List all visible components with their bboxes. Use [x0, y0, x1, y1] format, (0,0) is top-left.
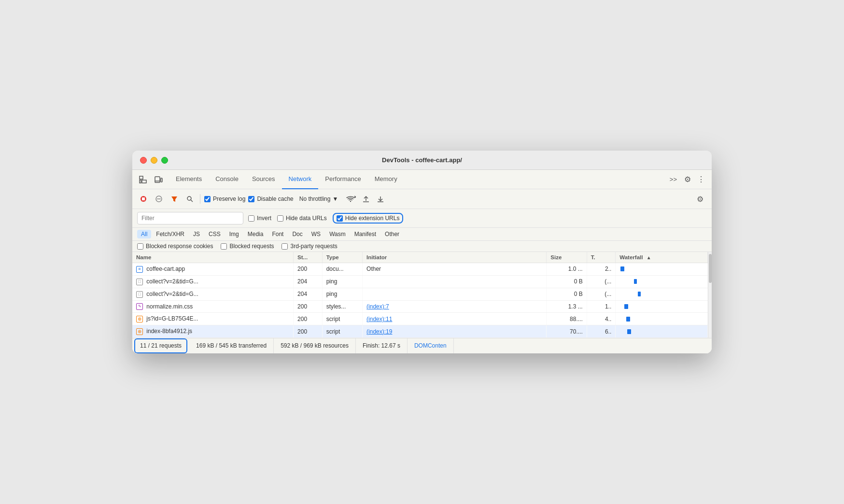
svg-rect-3	[155, 177, 160, 182]
type-btn-other[interactable]: Other	[381, 230, 403, 238]
type-btn-wasm[interactable]: Wasm	[325, 230, 350, 238]
blocked-cookies-checkbox[interactable]: Blocked response cookies	[137, 243, 213, 250]
row-status: 200	[294, 325, 323, 338]
tab-performance[interactable]: Performance	[318, 170, 367, 189]
row-name: □ collect?v=2&tid=G...	[132, 288, 294, 300]
blocked-requests-input[interactable]	[221, 243, 227, 250]
type-btn-js[interactable]: JS	[189, 230, 204, 238]
row-type: styles...	[322, 300, 362, 313]
preserve-log-checkbox[interactable]: Preserve log	[204, 196, 245, 202]
svg-line-12	[191, 200, 193, 202]
type-btn-manifest[interactable]: Manifest	[351, 230, 380, 238]
tab-network[interactable]: Network	[282, 170, 319, 189]
upload-icon[interactable]	[360, 193, 372, 205]
table-row[interactable]: □ collect?v=2&tid=G... 204 ping 0 B (...	[132, 288, 708, 300]
row-size: 1.0 ...	[547, 263, 587, 276]
type-btn-all[interactable]: All	[137, 230, 151, 238]
hide-data-urls-checkbox[interactable]: Hide data URLs	[277, 215, 327, 222]
hide-data-urls-input[interactable]	[277, 215, 283, 222]
row-initiator[interactable]: (index):19	[363, 325, 547, 338]
table-row[interactable]: ≡ coffee-cart.app 200 docu... Other 1.0 …	[132, 263, 708, 276]
col-header-name[interactable]: Name	[132, 252, 294, 263]
throttle-selector[interactable]: No throttling ▼	[296, 195, 341, 203]
wifi-icon[interactable]	[344, 192, 357, 206]
row-waterfall	[616, 300, 708, 313]
filter-icon[interactable]	[168, 193, 181, 205]
devtools-body: Elements Console Sources Network Perform…	[132, 170, 712, 353]
tab-memory[interactable]: Memory	[368, 170, 404, 189]
col-header-time[interactable]: T.	[587, 252, 616, 263]
row-initiator[interactable]: (index):7	[363, 300, 547, 313]
tab-more-button[interactable]: >>	[666, 176, 681, 183]
type-btn-fetch[interactable]: Fetch/XHR	[152, 230, 188, 238]
scrollbar-thumb[interactable]	[709, 254, 712, 283]
table-row[interactable]: ⊕ js?id=G-LB75G4E... 200 script (index):…	[132, 313, 708, 325]
minimize-button[interactable]	[151, 157, 157, 164]
col-header-type[interactable]: Type	[322, 252, 362, 263]
table-row[interactable]: ✎ normalize.min.css 200 styles... (index…	[132, 300, 708, 313]
initiator-link[interactable]: (index):7	[366, 303, 389, 310]
col-header-size[interactable]: Size	[547, 252, 587, 263]
initiator-link[interactable]: (index):19	[366, 328, 392, 335]
status-bar: 11 / 21 requests 169 kB / 545 kB transfe…	[132, 338, 712, 353]
row-initiator[interactable]: (index):11	[363, 313, 547, 325]
finish-time: Finish: 12.67 s	[356, 338, 408, 353]
table-header-row: Name St... Type Initiator Size T. Waterf…	[132, 252, 708, 263]
blocked-requests-checkbox[interactable]: Blocked requests	[221, 243, 274, 250]
settings-icon[interactable]: ⚙	[681, 173, 694, 186]
row-size: 88....	[547, 313, 587, 325]
network-table-scroll[interactable]: Name St... Type Initiator Size T. Waterf…	[132, 252, 708, 338]
row-type: docu...	[322, 263, 362, 276]
invert-checkbox[interactable]: Invert	[248, 215, 271, 222]
inspect-icon[interactable]	[136, 173, 150, 186]
js-icon: ⊕	[136, 316, 143, 322]
type-btn-css[interactable]: CSS	[205, 230, 225, 238]
svg-point-11	[187, 196, 191, 200]
type-btn-ws[interactable]: WS	[308, 230, 324, 238]
type-btn-font[interactable]: Font	[268, 230, 287, 238]
filter-input[interactable]	[137, 212, 243, 224]
preserve-log-input[interactable]	[204, 196, 211, 202]
scrollbar[interactable]	[708, 252, 712, 338]
clear-button[interactable]	[153, 193, 165, 205]
network-settings-icon[interactable]: ⚙	[693, 192, 707, 206]
row-type: ping	[322, 288, 362, 300]
col-header-initiator[interactable]: Initiator	[363, 252, 547, 263]
initiator-link[interactable]: (index):11	[366, 316, 392, 322]
type-filter-bar: All Fetch/XHR JS CSS Img Media Font Doc …	[132, 228, 712, 241]
download-icon[interactable]	[375, 193, 386, 205]
row-size: 0 B	[547, 288, 587, 300]
table-row[interactable]: ⊕ index-8bfa4912.js 200 script (index):1…	[132, 325, 708, 338]
row-name: ⊕ index-8bfa4912.js	[132, 325, 294, 338]
row-time: 6..	[587, 325, 616, 338]
table-row[interactable]: □ collect?v=2&tid=G... 204 ping 0 B (...	[132, 275, 708, 288]
kebab-menu-icon[interactable]: ⋮	[694, 173, 708, 186]
stop-recording-button[interactable]	[137, 193, 150, 205]
third-party-input[interactable]	[281, 243, 288, 250]
disable-cache-checkbox[interactable]: Disable cache	[248, 196, 293, 202]
invert-input[interactable]	[248, 215, 254, 222]
maximize-button[interactable]	[161, 157, 168, 164]
tab-sources[interactable]: Sources	[245, 170, 282, 189]
row-type: script	[322, 325, 362, 338]
device-icon[interactable]	[152, 173, 165, 186]
hide-extension-urls-checkbox[interactable]: Hide extension URLs	[337, 215, 400, 222]
row-waterfall	[616, 263, 708, 276]
ping-icon: □	[136, 279, 143, 285]
col-header-waterfall[interactable]: Waterfall ▲	[616, 252, 708, 263]
disable-cache-input[interactable]	[248, 196, 254, 202]
third-party-checkbox[interactable]: 3rd-party requests	[281, 243, 337, 250]
close-button[interactable]	[140, 157, 147, 164]
hide-extension-urls-input[interactable]	[337, 215, 343, 222]
search-icon[interactable]	[183, 193, 196, 205]
tab-elements[interactable]: Elements	[169, 170, 209, 189]
svg-marker-10	[171, 196, 177, 202]
type-btn-img[interactable]: Img	[225, 230, 243, 238]
col-header-status[interactable]: St...	[294, 252, 323, 263]
blocked-cookies-input[interactable]	[137, 243, 143, 250]
row-waterfall	[616, 325, 708, 338]
type-btn-doc[interactable]: Doc	[288, 230, 306, 238]
tab-console[interactable]: Console	[209, 170, 245, 189]
type-btn-media[interactable]: Media	[244, 230, 267, 238]
row-time: 1..	[587, 300, 616, 313]
